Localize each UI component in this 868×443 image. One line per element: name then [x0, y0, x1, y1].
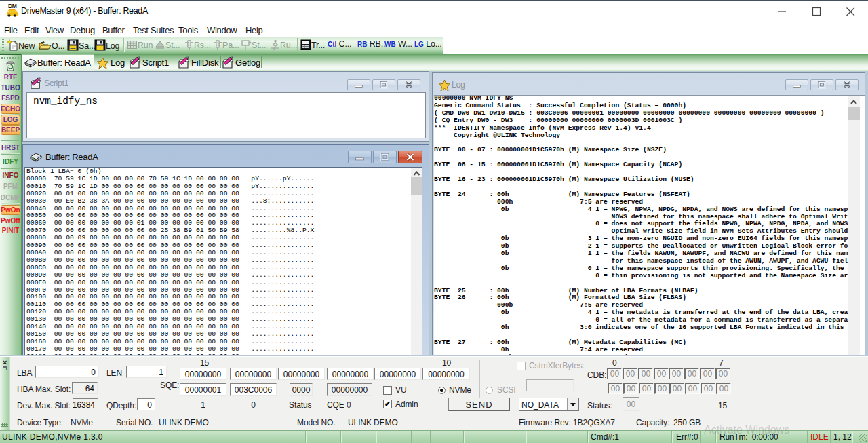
svg-text:DM: DM — [8, 3, 17, 9]
